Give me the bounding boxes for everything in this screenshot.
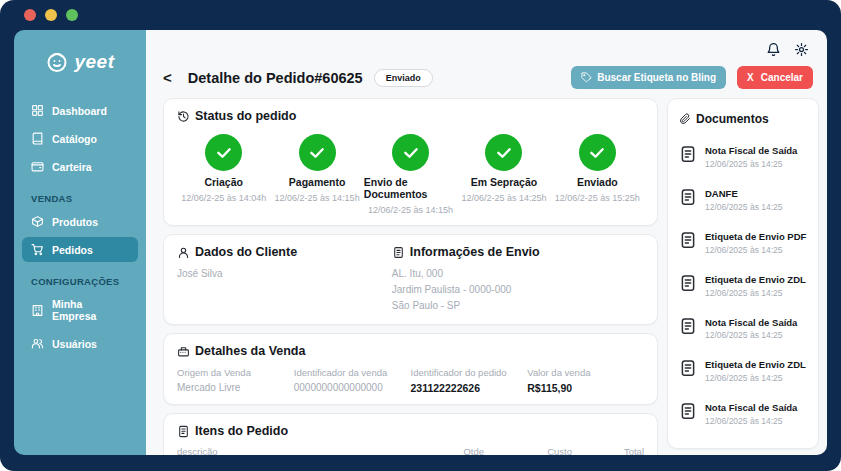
customer-title: Dados do Cliente [177, 245, 392, 259]
receipt-icon [177, 425, 190, 438]
order-items-card: Itens do Pedido descrição Qtde Custo Tot… [163, 413, 658, 455]
sidebar-item-label: Dashboard [52, 105, 107, 117]
step-date: 12/06/2-25 às 15:25h [555, 193, 640, 203]
step-label: Envio de Documentos [364, 176, 457, 200]
sidebar-item-minha-empresa[interactable]: Minha Empresa [22, 292, 138, 328]
documents-panel: Documentos Nota Fiscal de Saída 12/06/20… [667, 98, 819, 449]
documents-title: Documentos [679, 112, 807, 126]
sidebar-item-pedidos[interactable]: Pedidos [22, 237, 138, 262]
gear-icon[interactable] [794, 42, 809, 57]
documents-title-text: Documentos [696, 112, 769, 126]
document-date: 12/06/2025 às 14:25 [705, 288, 806, 298]
buscar-etiqueta-bling-button[interactable]: Buscar Etiqueta no Bling [571, 66, 726, 89]
document-date: 12/06/2025 às 14:25 [705, 373, 806, 383]
document-item-etiqueta-zdl-1[interactable]: Etiqueta de Envio ZDL 12/06/2025 às 14:2… [679, 274, 807, 298]
order-items-title: Itens do Pedido [177, 424, 644, 438]
status-step-criacao: Criação 12/06/2-25 às 14:04h [177, 134, 270, 215]
shipping-line: São Paulo - SP [392, 298, 644, 314]
book-icon [31, 132, 44, 145]
paperclip-icon [679, 113, 691, 125]
step-date: 12/06/2-25 às 14:25h [461, 193, 546, 203]
close-window-button[interactable] [24, 9, 36, 21]
order-items-title-text: Itens do Pedido [195, 424, 288, 438]
column-total: Total [572, 446, 644, 455]
customer-title-text: Dados do Cliente [195, 245, 297, 259]
sidebar-section-vendas: VENDAS [22, 182, 138, 209]
check-circle-icon [299, 134, 336, 171]
step-date: 12/06/2-25 às 14:15h [368, 205, 453, 215]
sidebar-section-configuracoes: CONFIGURAÇÕES [22, 265, 138, 292]
sidebar-nav: Dashboard Catálogo Carteira VENDAS Produ… [22, 98, 138, 356]
cancel-button[interactable]: X Cancelar [737, 66, 813, 89]
page-title: Detalhe do Pedido#60625 [188, 70, 363, 86]
users-icon [31, 337, 44, 350]
sidebar-item-carteira[interactable]: Carteira [22, 154, 138, 179]
grid-icon [31, 104, 44, 117]
customer-block: Dados do Cliente José Silva [177, 245, 392, 314]
sidebar-item-dashboard[interactable]: Dashboard [22, 98, 138, 123]
step-label: Pagamento [289, 176, 346, 188]
sidebar-item-label: Usuários [52, 338, 97, 350]
history-icon [177, 110, 190, 123]
column-custo: Custo [484, 446, 572, 455]
maximize-window-button[interactable] [66, 9, 78, 21]
shipping-title: Informações de Envio [392, 245, 644, 259]
document-info: Etiqueta de Envio ZDL 12/06/2025 às 14:2… [705, 359, 806, 383]
document-info: Nota Fiscal de Saída 12/06/2025 às 14:25 [705, 402, 797, 426]
sidebar-item-usuarios[interactable]: Usuários [22, 331, 138, 356]
document-name: Nota Fiscal de Saída [705, 402, 797, 414]
sale-details-card: Detalhes da Venda Origem da Venda Mercad… [163, 333, 658, 405]
step-label: Enviado [577, 176, 618, 188]
check-circle-icon [485, 134, 522, 171]
sidebar-item-produtos[interactable]: Produtos [22, 209, 138, 234]
document-item-danfe[interactable]: DANFE 12/06/2025 às 14:25 [679, 188, 807, 212]
box-icon [31, 215, 44, 228]
sale-field-origem: Origem da Venda Mercado Livre [177, 367, 294, 394]
sidebar-item-catalogo[interactable]: Catálogo [22, 126, 138, 151]
sale-field-valor: Valor da venda R$115,90 [527, 367, 644, 394]
document-name: Nota Fiscal de Saída [705, 145, 797, 157]
document-name: DANFE [705, 188, 783, 200]
order-status-title: Status do pedido [177, 109, 644, 123]
document-date: 12/06/2025 às 14:25 [705, 245, 806, 255]
shipping-line: AL. Itu, 000 [392, 266, 644, 282]
shipping-address: AL. Itu, 000 Jardim Paulista - 0000-000 … [392, 266, 644, 314]
buscar-etiqueta-label: Buscar Etiqueta no Bling [597, 72, 716, 83]
sale-fields: Origem da Venda Mercado Livre Identifica… [177, 367, 644, 394]
document-info: Etiqueta de Envio ZDL 12/06/2025 às 14:2… [705, 274, 806, 298]
field-value: 231122222626 [411, 382, 528, 394]
field-value: 0000000000000000 [294, 382, 411, 393]
document-item-nota-fiscal-2[interactable]: Nota Fiscal de Saída 12/06/2025 às 14:25 [679, 317, 807, 341]
document-date: 12/06/2025 às 14:25 [705, 202, 783, 212]
document-item-etiqueta-pdf[interactable]: Etiqueta de Envio PDF 12/06/2025 às 14:2… [679, 231, 807, 255]
status-step-envio-documentos: Envio de Documentos 12/06/2-25 às 14:15h [364, 134, 457, 215]
status-step-enviado: Enviado 12/06/2-25 às 15:25h [551, 134, 644, 215]
step-label: Em Sepração [471, 176, 538, 188]
register-icon [177, 345, 190, 358]
status-step-em-separacao: Em Sepração 12/06/2-25 às 14:25h [457, 134, 550, 215]
check-circle-icon [392, 134, 429, 171]
field-label: Valor da venda [527, 367, 644, 378]
back-button[interactable]: < [163, 69, 172, 86]
document-icon [679, 402, 697, 420]
sidebar: yeet Dashboard Catálogo Carteira VENDAS [14, 30, 146, 455]
document-item-etiqueta-zdl-2[interactable]: Etiqueta de Envio ZDL 12/06/2025 às 14:2… [679, 359, 807, 383]
user-icon [177, 246, 190, 259]
document-item-nota-fiscal-1[interactable]: Nota Fiscal de Saída 12/06/2025 às 14:25 [679, 145, 807, 169]
bell-icon[interactable] [766, 42, 781, 57]
field-label: Identificador da venda [294, 367, 411, 378]
field-value: R$115,90 [527, 382, 644, 394]
document-item-nota-fiscal-3[interactable]: Nota Fiscal de Saída 12/06/2025 às 14:25 [679, 402, 807, 426]
document-icon [679, 145, 697, 163]
column-descricao: descrição [177, 446, 429, 455]
sale-field-id-venda: Identificador da venda 0000000000000000 [294, 367, 411, 394]
building-icon [31, 304, 44, 317]
sidebar-item-label: Pedidos [52, 244, 93, 256]
note-icon [392, 246, 405, 259]
document-info: Nota Fiscal de Saída 12/06/2025 às 14:25 [705, 317, 797, 341]
shipping-line: Jardim Paulista - 0000-000 [392, 282, 644, 298]
check-circle-icon [579, 134, 616, 171]
app-window: yeet Dashboard Catálogo Carteira VENDAS [0, 0, 841, 471]
order-status-card: Status do pedido Criação 12/06/2-25 às 1… [163, 98, 658, 226]
minimize-window-button[interactable] [45, 9, 57, 21]
